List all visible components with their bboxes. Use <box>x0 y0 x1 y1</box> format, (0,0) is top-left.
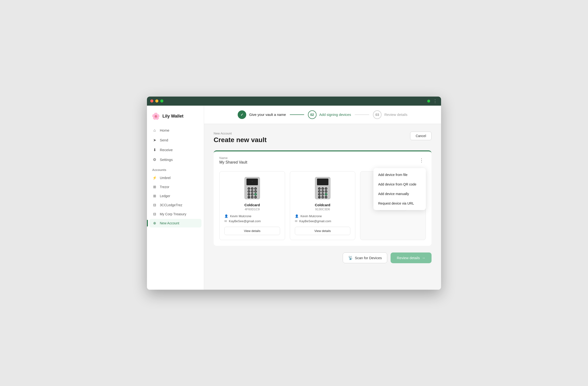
nav-item-home[interactable]: ⌂ Home <box>149 126 202 135</box>
svg-text:*: * <box>319 196 320 198</box>
account-item-3ccledgetrez[interactable]: ⊟ 3CCLedgeTrez <box>149 201 202 209</box>
ledger-icon: ⊞ <box>152 194 157 198</box>
svg-text:4: 4 <box>319 191 320 192</box>
device-1-id: 4F60D1C9 <box>245 207 260 211</box>
settings-icon: ⚙ <box>152 157 157 162</box>
account-item-new[interactable]: ⊕ New Account <box>149 219 202 227</box>
account-label-3cc: 3CCLedgeTrez <box>160 203 182 207</box>
device-1-name: Coldcard <box>244 203 260 207</box>
page-title-group: New Account Create new vault <box>214 132 267 144</box>
person-icon-2: 👤 <box>295 214 299 218</box>
wifi-icon: 📡 <box>348 256 353 260</box>
footer-actions: 📡 Scan for Devices Review details → <box>214 252 432 265</box>
app-logo: 🌸 Lily Wallet <box>147 110 204 126</box>
device-1-owner: 👤 Kevin Mulcrone <box>224 214 280 218</box>
page-header: New Account Create new vault Cancel <box>214 132 432 144</box>
svg-text:4: 4 <box>248 191 249 192</box>
nav-label-settings: Settings <box>160 158 173 162</box>
svg-text:5: 5 <box>252 191 253 192</box>
account-item-ledger[interactable]: ⊞ Ledger <box>149 192 202 200</box>
accounts-nav: ⚡ Umbrel ⊞ Trezor ⊞ Ledger ⊟ 3CCLedgeTre… <box>147 174 204 227</box>
device-card-1: 1 1 2 3 4 5 6 7 8 ✓ <box>219 171 285 240</box>
maximize-button[interactable] <box>160 99 163 103</box>
mycorp-icon: ⊟ <box>152 212 157 216</box>
view-details-button-1[interactable]: View details <box>224 227 280 235</box>
device-image-2: 1 2 3 4 5 6 7 8 ✓ * <box>313 176 332 200</box>
review-details-button[interactable]: Review details → <box>391 252 432 263</box>
scan-devices-button[interactable]: 📡 Scan for Devices <box>343 252 387 263</box>
account-item-umbrel[interactable]: ⚡ Umbrel <box>149 174 202 182</box>
dropdown-item-manually[interactable]: Add device manually <box>373 189 426 199</box>
3cc-icon: ⊟ <box>152 203 157 207</box>
more-options-button[interactable]: ⋮ <box>417 156 426 164</box>
trezor-icon: ⊞ <box>152 185 157 189</box>
account-item-trezor[interactable]: ⊞ Trezor <box>149 183 202 191</box>
step-2-number: 02 <box>310 113 314 116</box>
step-2-label: Add signing devices <box>319 113 351 116</box>
page-subtitle: New Account <box>214 132 267 135</box>
account-item-mycorp[interactable]: ⊟ My Corp Treasury <box>149 210 202 218</box>
accounts-section-label: Accounts <box>147 164 204 174</box>
dropdown-item-via-url[interactable]: Request device via URL <box>373 199 426 208</box>
svg-text:✓: ✓ <box>325 193 327 196</box>
sidebar: 🌸 Lily Wallet ⌂ Home ➤ Send ⬇ Receive ⚙ <box>147 106 204 290</box>
minimize-button[interactable] <box>155 99 158 103</box>
app-name: Lily Wallet <box>162 114 183 119</box>
device-2-id: 9130C3D6 <box>315 207 330 211</box>
account-label-new: New Account <box>160 221 179 225</box>
dropdown-item-from-file[interactable]: Add device from file <box>373 170 426 180</box>
stepper: ✓ Give your vault a name 02 Add signing … <box>238 110 407 119</box>
svg-text:#: # <box>326 196 327 198</box>
status-indicator <box>427 100 430 103</box>
titlebar: ⋮ <box>147 96 441 106</box>
step-divider-2 <box>355 114 369 115</box>
svg-text:7: 7 <box>248 194 249 195</box>
step-1-circle: ✓ <box>238 110 246 119</box>
svg-text:3: 3 <box>255 188 256 190</box>
device-2-email-label: KayBeSee@gmail.com <box>299 219 331 223</box>
review-arrow-icon: → <box>422 256 425 260</box>
account-label-ledger: Ledger <box>160 194 170 198</box>
coldcard-svg-2: 1 2 3 4 5 6 7 8 ✓ * <box>313 176 332 200</box>
main-nav: ⌂ Home ➤ Send ⬇ Receive ⚙ Settings <box>147 126 204 164</box>
svg-text:*: * <box>248 196 249 198</box>
email-icon-1: ✉ <box>224 219 227 223</box>
cancel-button[interactable]: Cancel <box>410 132 432 140</box>
device-2-email: ✉ KayBeSee@gmail.com <box>295 219 351 223</box>
nav-label-home: Home <box>160 128 169 132</box>
send-icon: ➤ <box>152 138 157 142</box>
svg-text:5: 5 <box>322 191 323 192</box>
svg-text:1: 1 <box>252 181 253 182</box>
svg-text:#: # <box>255 196 256 198</box>
nav-item-send[interactable]: ➤ Send <box>149 136 202 145</box>
nav-item-settings[interactable]: ⚙ Settings <box>149 155 202 164</box>
nav-label-send: Send <box>160 138 168 142</box>
review-label: Review details <box>397 256 420 260</box>
app-body: 🌸 Lily Wallet ⌂ Home ➤ Send ⬇ Receive ⚙ <box>147 106 441 290</box>
svg-text:0: 0 <box>252 196 253 198</box>
svg-text:8: 8 <box>322 194 323 195</box>
coldcard-svg-1: 1 1 2 3 4 5 6 7 8 ✓ <box>243 176 262 200</box>
stepper-bar: ✓ Give your vault a name 02 Add signing … <box>204 106 441 124</box>
svg-text:2: 2 <box>322 188 323 190</box>
svg-text:1: 1 <box>248 188 249 190</box>
main-content: ✓ Give your vault a name 02 Add signing … <box>204 106 441 290</box>
umbrel-icon: ⚡ <box>152 176 157 180</box>
svg-text:8: 8 <box>252 194 253 195</box>
vault-name-value: My Shared Vault <box>219 160 247 164</box>
device-card-2: 1 2 3 4 5 6 7 8 ✓ * <box>290 171 356 240</box>
device-1-email: ✉ KayBeSee@gmail.com <box>224 219 280 223</box>
dropdown-item-from-qr[interactable]: Add device from QR code <box>373 180 426 189</box>
step-divider-1 <box>290 114 304 115</box>
titlebar-menu-icon[interactable]: ⋮ <box>433 98 438 104</box>
page-title: Create new vault <box>214 136 267 144</box>
nav-item-receive[interactable]: ⬇ Receive <box>149 145 202 155</box>
content-area: New Account Create new vault Cancel Name… <box>204 124 441 290</box>
nav-label-receive: Receive <box>160 148 173 152</box>
close-button[interactable] <box>150 99 153 103</box>
device-2-owner: 👤 Kevin Mulcrone <box>295 214 351 218</box>
account-label-trezor: Trezor <box>160 185 169 189</box>
person-icon-1: 👤 <box>224 214 228 218</box>
email-icon-2: ✉ <box>295 219 297 223</box>
view-details-button-2[interactable]: View details <box>295 227 351 235</box>
